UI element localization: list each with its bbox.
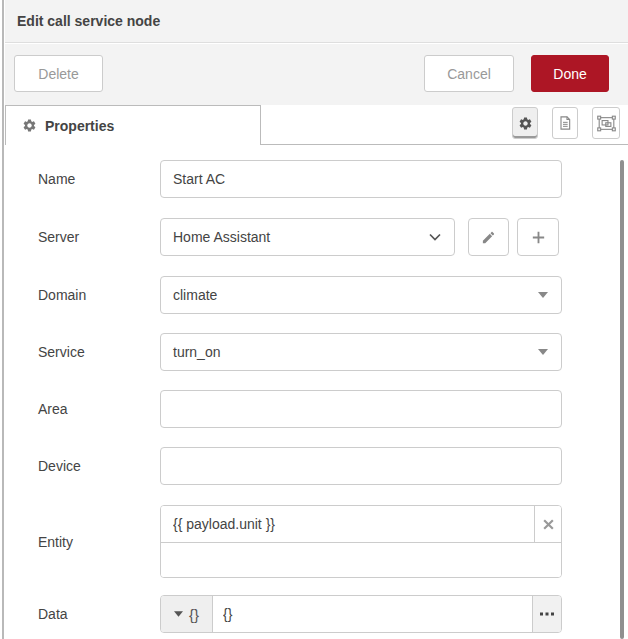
add-server-button[interactable] <box>517 218 559 256</box>
server-label: Server <box>38 229 160 245</box>
pencil-icon <box>481 230 496 245</box>
name-label: Name <box>38 171 160 187</box>
dialog-toolbar: Delete Cancel Done <box>5 44 628 105</box>
tab-properties[interactable]: Properties <box>5 105 261 145</box>
server-row: Server Home Assistant <box>38 218 559 256</box>
dialog-title: Edit call service node <box>17 13 160 29</box>
caret-down-icon <box>538 292 548 298</box>
name-row: Name <box>38 160 562 198</box>
data-label: Data <box>38 606 160 622</box>
document-icon <box>557 115 573 131</box>
edit-tray: Edit call service node Delete Cancel Don… <box>5 0 628 639</box>
edit-server-button[interactable] <box>468 218 509 256</box>
plus-icon <box>530 229 547 246</box>
tray-left-border <box>2 0 4 639</box>
data-typed-input: {} <box>160 595 562 633</box>
device-row: Device <box>38 447 562 485</box>
edit-description-button[interactable] <box>552 107 578 139</box>
service-select-value: turn_on <box>173 344 220 360</box>
edit-properties-button[interactable] <box>512 107 538 139</box>
x-icon <box>542 518 555 531</box>
cancel-button[interactable]: Cancel <box>424 55 514 92</box>
tab-bar: Properties <box>5 105 628 145</box>
server-select[interactable]: Home Assistant <box>160 218 455 256</box>
name-input[interactable] <box>160 160 562 198</box>
caret-down-icon <box>174 611 183 617</box>
entity-input-empty[interactable] <box>161 543 561 577</box>
area-label: Area <box>38 401 160 417</box>
data-type-select[interactable]: {} <box>161 596 213 632</box>
ellipsis-icon <box>540 612 554 616</box>
device-label: Device <box>38 458 160 474</box>
properties-form: Name Server Home Assistant <box>5 145 628 639</box>
gear-icon <box>518 116 533 131</box>
domain-label: Domain <box>38 287 160 303</box>
area-input[interactable] <box>160 390 562 428</box>
dialog-header: Edit call service node <box>5 0 628 43</box>
done-button[interactable]: Done <box>531 55 609 92</box>
chevron-down-icon <box>429 233 441 241</box>
server-select-value: Home Assistant <box>173 229 270 245</box>
entity-list-item <box>161 543 561 577</box>
caret-down-icon <box>538 349 548 355</box>
service-label: Service <box>38 344 160 360</box>
expand-editor-button[interactable] <box>532 596 561 632</box>
area-row: Area <box>38 390 562 428</box>
device-input[interactable] <box>160 447 562 485</box>
entity-input[interactable] <box>161 506 534 542</box>
edit-appearance-button[interactable] <box>592 107 620 139</box>
gear-icon <box>22 118 37 133</box>
entity-row: Entity <box>38 505 562 578</box>
service-select[interactable]: turn_on <box>160 333 562 371</box>
entity-label: Entity <box>38 534 160 550</box>
tab-properties-label: Properties <box>45 118 114 134</box>
json-type-icon: {} <box>189 606 199 623</box>
scrollbar[interactable] <box>620 160 624 639</box>
object-group-icon <box>597 115 616 132</box>
service-row: Service turn_on <box>38 333 562 371</box>
entity-list-item <box>161 506 561 543</box>
edit-node-dialog: Edit call service node Delete Cancel Don… <box>0 0 628 639</box>
remove-entity-button[interactable] <box>534 506 561 542</box>
data-value-input[interactable] <box>213 596 532 632</box>
delete-button[interactable]: Delete <box>14 55 103 92</box>
domain-select[interactable]: climate <box>160 276 562 314</box>
data-row: Data {} <box>38 595 562 633</box>
domain-row: Domain climate <box>38 276 562 314</box>
domain-select-value: climate <box>173 287 217 303</box>
entity-list <box>160 505 562 578</box>
